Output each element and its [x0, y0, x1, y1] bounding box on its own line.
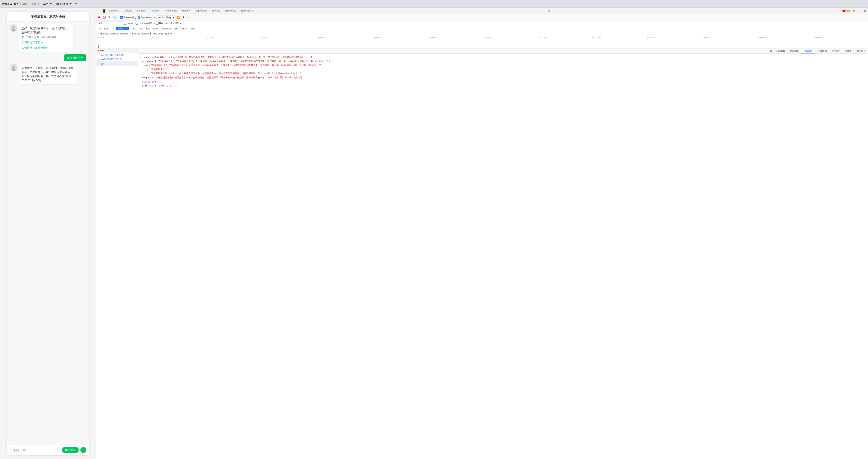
preserve-log-checkbox[interactable]	[120, 16, 123, 19]
type-wasm[interactable]: Wasm	[179, 27, 188, 30]
detail-tab-headers[interactable]: Headers	[774, 49, 788, 54]
tab-security[interactable]: Security	[209, 8, 222, 13]
third-party-checkbox[interactable]	[150, 32, 153, 35]
phone-frame: 车保通客服 - 测试号小丽 您好，我是客服测试号小丽,请问有什么业务可以帮助您？…	[7, 12, 89, 455]
disable-cache-checkbox[interactable]	[137, 16, 141, 19]
detail-tab-initiator[interactable]: Initiator	[830, 49, 842, 54]
json-expand-root[interactable]: ▼	[140, 56, 141, 59]
chat-title: 车保通客服 - 测试号小丽	[7, 12, 89, 22]
third-party-requests-label[interactable]: 3rd-party requests	[150, 32, 172, 35]
rotate-button[interactable]: ⇄	[74, 2, 77, 5]
link-car-insurance[interactable]: 如何进行汽车参保	[22, 40, 71, 44]
request-item-1[interactable]: {} info?t=1701871852540	[96, 53, 137, 57]
disable-cache-label[interactable]: Disable cache	[137, 16, 155, 19]
device-mode-button[interactable]: 📱	[101, 9, 106, 13]
inspect-element-button[interactable]: ⬚	[97, 9, 101, 13]
wifi-button[interactable]: 📶	[177, 15, 181, 19]
upload-button[interactable]: ⬆	[182, 15, 185, 19]
type-doc[interactable]: Doc	[103, 27, 110, 30]
close-devtools-button[interactable]: ✕	[863, 9, 867, 13]
chat-input[interactable]	[10, 447, 60, 453]
hide-ext-urls-checkbox[interactable]	[156, 22, 158, 25]
download-button[interactable]: ⬇	[187, 15, 190, 19]
blocked-cookies-label[interactable]: Blocked response cookies	[98, 32, 128, 35]
detail-tabs: ✕ Headers Payload Preview Response Initi…	[138, 49, 868, 54]
preserve-log-label[interactable]: Preserve log	[120, 16, 136, 19]
tab-elements[interactable]: Elements	[106, 8, 121, 13]
detail-close-button[interactable]: ✕	[768, 49, 774, 54]
devtools-panel: ⬚ 📱 Elements Console Sources Network Per…	[96, 7, 868, 459]
avatar	[10, 24, 17, 32]
link-car-claim[interactable]: 如何进行汽车理赔流程	[22, 46, 71, 50]
type-font[interactable]: Font	[137, 27, 144, 30]
tab-recorder[interactable]: Recorder 🎙	[239, 8, 256, 13]
blocked-requests-checkbox[interactable]	[129, 32, 131, 35]
request-list-header: Name	[96, 49, 137, 53]
user-message-1: 车保赠巨王卡	[10, 54, 86, 61]
tab-application[interactable]: Application	[193, 8, 209, 13]
filter-types-bar: Invert Hide data URLs Hide extension URL…	[96, 21, 868, 26]
type-media[interactable]: Media	[152, 27, 160, 30]
blocked-cookies-checkbox[interactable]	[98, 32, 100, 35]
filter-input[interactable]	[98, 21, 123, 25]
type-img[interactable]: Img	[145, 27, 151, 30]
hide-ext-urls-label[interactable]: Hide extension URLs	[156, 22, 181, 25]
settings-button[interactable]: ⚙	[851, 9, 856, 13]
clear-button[interactable]: 🚫	[102, 15, 106, 19]
json-expand-history-0[interactable]: ▼	[145, 64, 146, 67]
bot-bubble-1: 您好，我是客服测试号小丽,请问有什么业务可以帮助您？ 以下是常见问题，可以点击查…	[19, 24, 73, 52]
type-js[interactable]: JS	[110, 27, 115, 30]
request-list: Name {} info?t=1701871852540 {} info?t=1…	[96, 49, 138, 459]
type-manifest[interactable]: Manifest	[161, 27, 172, 30]
svg-point-4	[12, 66, 14, 68]
more-options-button[interactable]: ⋮	[857, 9, 862, 13]
device-selector[interactable]: iPhone 12 Pro ▾	[2, 2, 18, 5]
avatar-2	[10, 64, 17, 71]
tab-performance[interactable]: Performance	[161, 8, 180, 13]
request-item-3[interactable]: ⚡ api	[96, 62, 137, 66]
blocked-requests-label[interactable]: Blocked requests	[129, 32, 150, 35]
bot-message-1: 您好，我是客服测试号小丽,请问有什么业务可以帮助您？ 以下是常见问题，可以点击查…	[10, 24, 86, 52]
filter-button[interactable]: ⛛	[107, 15, 111, 19]
request-item-2[interactable]: {} info?t=1701871852541	[96, 57, 137, 62]
type-ws[interactable]: WS	[173, 27, 179, 30]
preview-content: ▼ { response : "车保赠巨王卡是xx公司推出的一种综合保险服务，主…	[138, 54, 868, 459]
add-button[interactable]: +	[81, 447, 86, 453]
more-tabs-button[interactable]: »	[547, 8, 552, 13]
tab-lighthouse[interactable]: Lighthouse	[222, 8, 239, 13]
type-css[interactable]: CSS	[130, 27, 137, 30]
zoom-selector[interactable]: 100% 75% 50%	[41, 2, 53, 6]
browser-bar: iPhone 12 Pro ▾ | 390 × 844 | 100% 75% 5…	[0, 0, 868, 7]
hide-data-urls-checkbox[interactable]	[135, 22, 138, 25]
fetch-icon-2: {}	[98, 58, 99, 61]
json-history-0-1: 1 : "车保赠巨王卡是xx公司推出的一种综合保险服务，主要服务于xx城市中所有…	[147, 72, 866, 76]
detail-tab-payload[interactable]: Payload	[787, 49, 801, 54]
filter-row2: Blocked response cookies Blocked request…	[96, 31, 868, 36]
tab-network[interactable]: Network	[148, 8, 161, 13]
type-all[interactable]: All	[98, 27, 102, 30]
user-bubble-1: 车保赠巨王卡	[64, 54, 86, 61]
svg-point-1	[12, 26, 14, 28]
json-response-2: response : "车保赠巨王卡是xx公司推出的一种综合保险服务，主要服务于…	[142, 76, 866, 80]
hide-data-urls-label[interactable]: Hide data URLs	[135, 22, 155, 25]
throttle-selector-top[interactable]: No throttling	[55, 2, 73, 6]
invert-checkbox[interactable]	[124, 22, 126, 25]
send-button[interactable]: 发送消息	[62, 447, 79, 453]
search-button[interactable]: 🔍	[112, 15, 117, 19]
tab-memory[interactable]: Memory	[180, 8, 193, 13]
type-fetch-xhr[interactable]: Fetch/XHR	[116, 27, 129, 30]
detail-tab-timing[interactable]: Timing	[842, 49, 854, 54]
tab-console[interactable]: Console	[121, 8, 134, 13]
chat-body: 您好，我是客服测试号小丽,请问有什么业务可以帮助您？ 以下是常见问题，可以点击查…	[7, 22, 89, 445]
error-badge: 6	[842, 10, 846, 12]
detail-tab-response[interactable]: Response	[814, 49, 830, 54]
json-expand-history[interactable]: ▼	[142, 60, 144, 63]
type-other[interactable]: Other	[189, 27, 196, 30]
invert-label[interactable]: Invert	[124, 22, 133, 25]
throttle-select[interactable]: No throttling	[157, 16, 176, 19]
tab-sources[interactable]: Sources	[134, 8, 148, 13]
detail-tab-cookies[interactable]: Cookies	[854, 49, 867, 54]
detail-tab-preview[interactable]: Preview	[801, 49, 814, 54]
record-button[interactable]: ⏺	[97, 15, 101, 19]
detail-panel: ✕ Headers Payload Preview Response Initi…	[138, 49, 868, 459]
